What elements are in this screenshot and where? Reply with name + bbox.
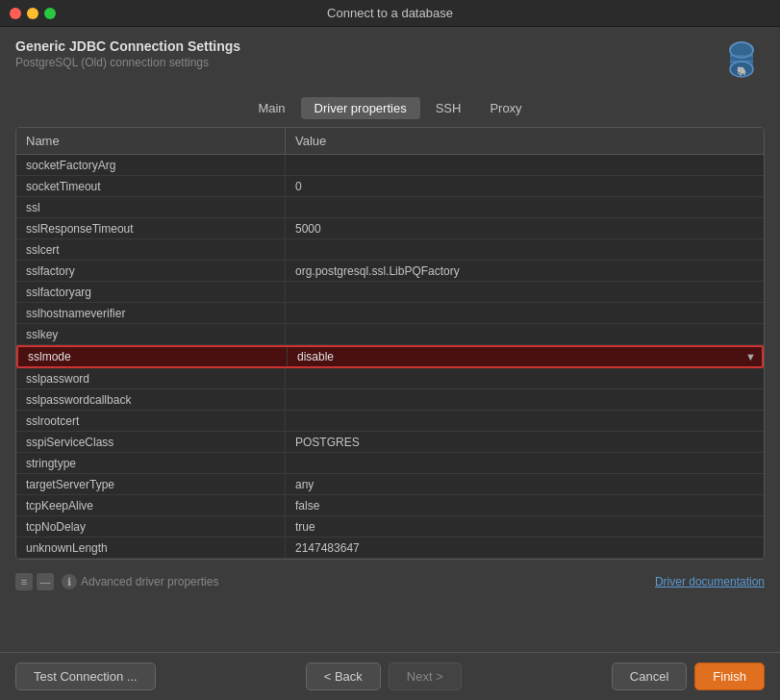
table-row[interactable]: sslcert (16, 239, 764, 261)
property-name-cell: ssl (16, 197, 286, 217)
table-body[interactable]: servicesocketFactorysocketFactoryArgsock… (16, 155, 764, 559)
table-row[interactable]: socketFactoryArg (16, 155, 764, 176)
table-row[interactable]: sslrootcert (16, 411, 764, 432)
property-value-cell: POSTGRES (286, 432, 764, 452)
property-value-cell (286, 239, 764, 260)
tab-main[interactable]: Main (244, 97, 298, 119)
property-value-cell: false (286, 495, 764, 515)
header-section: Generic JDBC Connection Settings Postgre… (15, 38, 765, 88)
tab-driver-properties[interactable]: Driver properties (301, 97, 420, 119)
header-text: Generic JDBC Connection Settings Postgre… (15, 38, 240, 69)
property-name-cell: socketFactoryArg (16, 155, 286, 175)
property-name-cell: sspiServiceClass (16, 432, 286, 452)
tab-ssh[interactable]: SSH (422, 97, 475, 119)
connection-title: Generic JDBC Connection Settings (15, 38, 240, 54)
table-row[interactable]: sslResponseTimeout5000 (16, 218, 764, 239)
table-row[interactable]: sslfactoryorg.postgresql.ssl.LibPQFactor… (16, 261, 764, 282)
table-row[interactable]: socketTimeout0 (16, 176, 764, 197)
property-name-cell: unknownLength (16, 538, 286, 558)
property-value-cell (286, 389, 764, 410)
table-row[interactable]: sslpasswordcallback (16, 389, 764, 411)
col-name-header: Name (16, 128, 286, 154)
property-value-cell (286, 324, 764, 344)
property-name-cell: stringtype (16, 453, 286, 473)
property-name-cell: sslkey (16, 324, 286, 344)
title-bar: Connect to a database (0, 0, 780, 27)
property-name-cell: sslhostnameverifier (16, 303, 286, 323)
property-name-cell: sslrootcert (16, 411, 286, 431)
footer-info: ℹ Advanced driver properties (62, 574, 218, 589)
property-value-cell (286, 368, 764, 388)
table-row[interactable]: sslmodedisable▼ (16, 345, 764, 368)
table-row[interactable]: tcpNoDelaytrue (16, 516, 764, 538)
property-name-cell: sslResponseTimeout (16, 218, 286, 238)
table-row[interactable]: stringtype (16, 453, 764, 474)
pg-logo: 🐘 (718, 38, 765, 88)
table-row[interactable]: sslfactoryarg (16, 282, 764, 303)
minimize-button[interactable] (27, 8, 38, 19)
footer-icons: ≡ — (15, 573, 54, 590)
property-value-cell (286, 282, 764, 302)
table-row[interactable]: ssl (16, 197, 764, 218)
property-value-cell (286, 411, 764, 431)
property-name-cell: tcpKeepAlive (16, 495, 286, 515)
property-value-cell: true (286, 516, 764, 537)
table-row[interactable]: sslhostnameverifier (16, 303, 764, 324)
property-value-cell: 2147483647 (286, 538, 764, 558)
property-value-cell: 0 (286, 176, 764, 196)
driver-doc-link[interactable]: Driver documentation (655, 575, 765, 588)
window-title: Connect to a database (327, 6, 453, 20)
back-button[interactable]: < Back (306, 662, 381, 690)
bottom-buttons: Test Connection ... < Back Next > Cancel… (0, 652, 780, 700)
footer-bar: ≡ — ℹ Advanced driver properties Driver … (15, 567, 765, 596)
property-value-cell (286, 453, 764, 473)
property-name-cell: targetServerType (16, 474, 286, 494)
table-row[interactable]: sslpassword (16, 368, 764, 389)
traffic-lights (10, 8, 56, 19)
remove-property-icon[interactable]: — (37, 573, 54, 590)
table-header: Name Value (16, 128, 764, 155)
table-row[interactable]: sslkey (16, 324, 764, 345)
cancel-button[interactable]: Cancel (612, 662, 687, 690)
table-row[interactable]: targetServerTypeany (16, 474, 764, 495)
col-value-header: Value (286, 128, 764, 154)
property-name-cell: sslfactory (16, 261, 286, 281)
property-name-cell: sslfactoryarg (16, 282, 286, 302)
info-icon: ℹ (62, 574, 77, 589)
property-name-cell: sslmode (18, 347, 288, 366)
add-property-icon[interactable]: ≡ (15, 573, 33, 590)
property-value-cell: any (286, 474, 764, 494)
property-value-cell (286, 303, 764, 323)
property-value-cell[interactable]: disable▼ (288, 347, 762, 366)
finish-button[interactable]: Finish (694, 662, 765, 690)
table-row[interactable]: sspiServiceClassPOSTGRES (16, 432, 764, 453)
test-connection-button[interactable]: Test Connection ... (15, 662, 156, 690)
property-value-cell: 5000 (286, 218, 764, 238)
property-value-cell (286, 197, 764, 217)
close-button[interactable] (10, 8, 21, 19)
property-name-cell: sslpassword (16, 368, 286, 388)
property-name-cell: sslpasswordcallback (16, 389, 286, 410)
property-value-cell (286, 155, 764, 175)
advanced-label: Advanced driver properties (81, 575, 218, 588)
next-button[interactable]: Next > (389, 662, 462, 690)
table-row[interactable]: tcpKeepAlivefalse (16, 495, 764, 516)
property-name-cell: sslcert (16, 239, 286, 260)
property-value-cell: org.postgresql.ssl.LibPQFactory (286, 261, 764, 281)
action-buttons: Cancel Finish (612, 662, 765, 690)
property-name-cell: tcpNoDelay (16, 516, 286, 537)
table-row[interactable]: unknownLength2147483647 (16, 538, 764, 559)
connection-subtitle: PostgreSQL (Old) connection settings (15, 56, 240, 69)
property-name-cell: socketTimeout (16, 176, 286, 196)
dropdown-arrow-icon[interactable]: ▼ (745, 351, 756, 362)
maximize-button[interactable] (44, 8, 56, 19)
tabs-bar: Main Driver properties SSH Proxy (15, 97, 765, 119)
driver-properties-table: Name Value servicesocketFactorysocketFac… (15, 127, 765, 560)
svg-text:🐘: 🐘 (737, 65, 748, 77)
tab-proxy[interactable]: Proxy (476, 97, 535, 119)
window-body: Generic JDBC Connection Settings Postgre… (0, 27, 780, 596)
nav-buttons: < Back Next > (306, 662, 462, 690)
